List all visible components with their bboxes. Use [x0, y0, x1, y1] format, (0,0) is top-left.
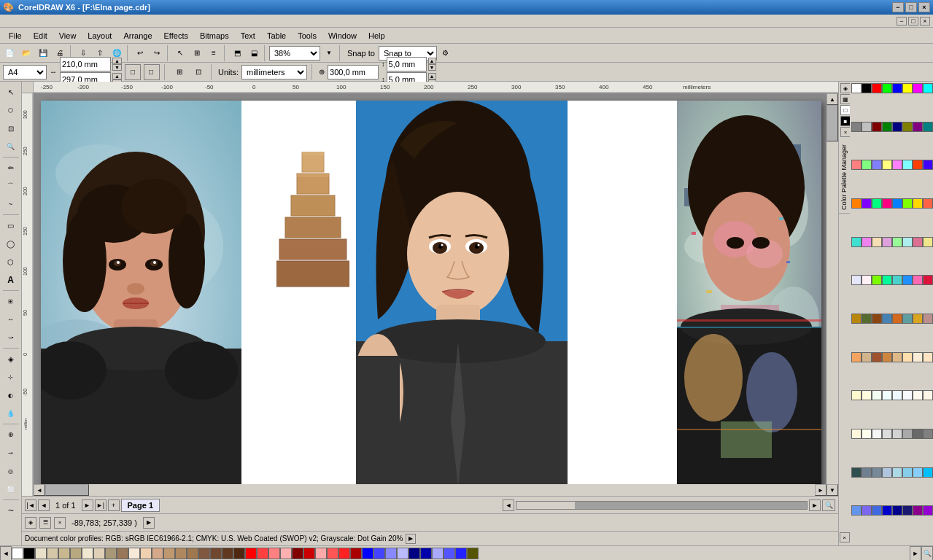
rectangle-tool[interactable]: ▭: [2, 217, 20, 234]
bottom-color-swatch[interactable]: [292, 548, 303, 559]
bottom-color-swatch[interactable]: [233, 548, 245, 559]
nudge1-up[interactable]: ▲: [428, 58, 436, 64]
triangle-button[interactable]: ▶: [143, 517, 155, 529]
color-swatch[interactable]: [882, 237, 892, 247]
interactive-tool[interactable]: ⊕: [2, 426, 20, 443]
node-tool[interactable]: ⬡: [2, 101, 20, 119]
color-swatch[interactable]: [902, 467, 913, 478]
envelope-tool[interactable]: ⬜: [2, 481, 20, 498]
color-swatch[interactable]: [862, 352, 872, 362]
undo-button[interactable]: ↩: [132, 45, 148, 61]
color-swatch[interactable]: [872, 429, 882, 439]
polygon-tool[interactable]: ⬡: [2, 253, 20, 271]
color-swatch[interactable]: [862, 429, 872, 439]
menu-bitmaps[interactable]: Bitmaps: [194, 30, 235, 42]
open-button[interactable]: 📂: [18, 45, 34, 61]
blend-tool[interactable]: ⊸: [2, 444, 20, 462]
smear-tool[interactable]: 〜: [2, 502, 20, 519]
minimize-button[interactable]: −: [892, 2, 904, 12]
color-swatch[interactable]: [862, 467, 872, 478]
bottom-color-swatch[interactable]: [327, 548, 338, 559]
color-swatch[interactable]: [851, 505, 862, 516]
scroll-htrack[interactable]: [45, 484, 815, 496]
bottom-color-swatch[interactable]: [467, 548, 479, 559]
color-swatch[interactable]: [872, 314, 882, 324]
transparency-tool[interactable]: ◐: [2, 386, 20, 404]
selector-tool[interactable]: ↖: [2, 83, 20, 101]
page-scrollbar[interactable]: [516, 501, 808, 510]
bottom-color-swatch[interactable]: [222, 548, 233, 559]
bottom-color-swatch[interactable]: [257, 548, 268, 559]
zoom-tool[interactable]: 🔍: [2, 138, 20, 155]
bottom-color-swatch[interactable]: [303, 548, 315, 559]
width-down[interactable]: ▼: [112, 64, 122, 71]
bottom-color-swatch[interactable]: [268, 548, 280, 559]
color-swatch[interactable]: [851, 198, 862, 209]
menu-window[interactable]: Window: [322, 30, 363, 42]
color-swatch[interactable]: [902, 83, 913, 93]
color-swatch[interactable]: [851, 122, 862, 132]
scroll-right-button[interactable]: ►: [815, 484, 826, 496]
bottom-color-swatch[interactable]: [152, 548, 163, 559]
menu-layout[interactable]: Layout: [82, 30, 117, 42]
scroll-thumb-h[interactable]: [45, 484, 89, 496]
color-swatch[interactable]: [923, 122, 933, 132]
landscape-button[interactable]: □: [144, 64, 160, 80]
color-swatch[interactable]: [882, 83, 892, 93]
scroll-down-button[interactable]: ▼: [826, 484, 838, 496]
color-swatch[interactable]: [892, 237, 902, 247]
horizontal-scrollbar[interactable]: ◄ ►: [34, 484, 826, 496]
toggle-btn2[interactable]: ☰: [39, 517, 51, 529]
color-swatch[interactable]: [882, 505, 892, 516]
page-last-button[interactable]: ►|: [95, 499, 107, 511]
height-up[interactable]: ▲: [112, 73, 122, 79]
bottom-color-swatch[interactable]: [245, 548, 257, 559]
palette-icon3[interactable]: □: [840, 105, 851, 115]
bottom-color-swatch[interactable]: [455, 548, 467, 559]
color-swatch[interactable]: [923, 237, 933, 247]
color-swatch[interactable]: [913, 505, 923, 516]
color-swatch[interactable]: [913, 198, 923, 209]
bottom-color-swatch[interactable]: [187, 548, 198, 559]
color-swatch[interactable]: [872, 122, 882, 132]
toggle-btn1[interactable]: ◈: [25, 517, 36, 529]
menu-file[interactable]: File: [3, 30, 28, 42]
menu-arrange[interactable]: Arrange: [117, 30, 158, 42]
color-swatch[interactable]: [913, 160, 923, 170]
bottom-color-swatch[interactable]: [338, 548, 350, 559]
color-swatch[interactable]: [923, 160, 933, 170]
color-swatch[interactable]: [913, 122, 923, 132]
color-swatch[interactable]: [902, 237, 913, 247]
scroll-prev-button[interactable]: ◄: [503, 499, 514, 511]
color-swatch[interactable]: [892, 467, 902, 478]
bottom-color-swatch[interactable]: [350, 548, 362, 559]
palette-close-icon[interactable]: ×: [840, 127, 851, 137]
bezier-tool[interactable]: ⌒: [2, 177, 20, 195]
color-swatch[interactable]: [851, 314, 862, 324]
color-swatch[interactable]: [872, 198, 882, 209]
table-tool[interactable]: ⊞: [2, 292, 20, 310]
menu-text[interactable]: Text: [235, 30, 261, 42]
redo-button[interactable]: ↪: [149, 45, 165, 61]
bottom-color-swatch[interactable]: [373, 548, 385, 559]
color-swatch[interactable]: [882, 429, 892, 439]
select-tool[interactable]: ↖: [172, 45, 188, 61]
bottom-color-swatch[interactable]: [23, 548, 35, 559]
page-settings-btn1[interactable]: ⊞: [171, 64, 187, 80]
canvas-scroll-area[interactable]: ▲ ▼ ◄ ►: [34, 93, 838, 496]
bottom-color-swatch[interactable]: [385, 548, 397, 559]
color-swatch[interactable]: [902, 275, 913, 285]
menu-view[interactable]: View: [53, 30, 82, 42]
page-scroll-thumb[interactable]: [516, 502, 575, 509]
color-swatch[interactable]: [862, 505, 872, 516]
color-swatch[interactable]: [923, 467, 933, 478]
color-swatch[interactable]: [902, 160, 913, 170]
crop-tool[interactable]: ⊡: [2, 120, 20, 137]
color-swatch[interactable]: [851, 429, 862, 439]
palette-icon4[interactable]: ■: [840, 116, 851, 126]
color-swatch[interactable]: [913, 83, 923, 93]
color-swatch[interactable]: [851, 237, 862, 247]
color-swatch[interactable]: [851, 352, 862, 362]
color-swatch[interactable]: [862, 237, 872, 247]
color-swatch[interactable]: [892, 390, 902, 400]
